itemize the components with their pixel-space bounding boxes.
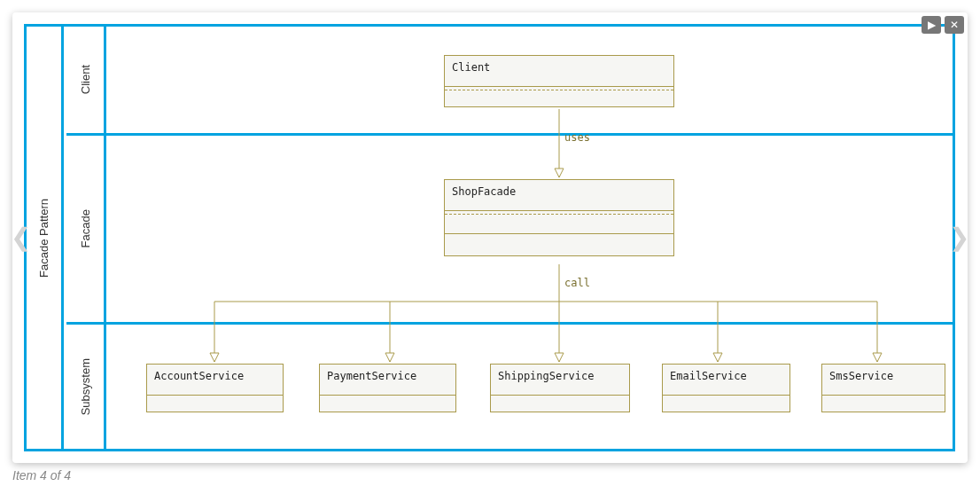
uml-shippingservice: ShippingService (490, 364, 630, 412)
svg-marker-13 (873, 353, 882, 362)
uml-body (663, 396, 789, 412)
svg-marker-9 (555, 353, 564, 362)
lane-label-client-cell: Client (66, 27, 104, 133)
uml-client: Client (444, 55, 674, 107)
uml-body (491, 396, 629, 412)
edge-label-call: call (564, 277, 590, 289)
uml-body (822, 396, 945, 412)
uml-accountservice: AccountService (146, 364, 284, 412)
lane-label-subsystem: Subsystem (79, 358, 92, 415)
prev-button[interactable]: ❮ (11, 225, 31, 250)
svg-marker-7 (385, 353, 394, 362)
diagram-card: Facade Pattern Client Facade Subsystem (12, 12, 968, 463)
uml-body (320, 396, 455, 412)
uml-client-title: Client (445, 56, 673, 87)
lanes-container: Client Facade Subsystem (66, 27, 955, 449)
play-icon: ▶ (928, 19, 936, 31)
next-button[interactable]: ❯ (949, 225, 969, 250)
uml-email-title: EmailService (663, 365, 789, 396)
uml-body (147, 396, 283, 412)
lane-label-facade-cell: Facade (66, 136, 104, 322)
uml-paymentservice: PaymentService (319, 364, 456, 412)
uml-account-title: AccountService (147, 365, 283, 396)
close-icon: ✕ (950, 19, 959, 31)
chevron-left-icon: ❮ (11, 223, 31, 251)
lane-divider-1 (66, 133, 955, 136)
item-counter: Item 4 of 4 (12, 468, 71, 482)
svg-marker-1 (555, 169, 564, 177)
close-button[interactable]: ✕ (945, 16, 964, 34)
uml-body (445, 90, 673, 106)
lane-label-subsystem-cell: Subsystem (66, 325, 104, 450)
edge-label-uses: uses (564, 131, 590, 144)
uml-emailservice: EmailService (662, 364, 790, 412)
lane-column-divider (104, 27, 106, 449)
uml-payment-title: PaymentService (320, 365, 455, 396)
uml-shopfacade-title: ShopFacade (445, 180, 673, 211)
svg-marker-11 (713, 353, 722, 362)
uml-attr-section (445, 215, 673, 234)
chevron-right-icon: ❯ (949, 223, 969, 251)
pool-title: Facade Pattern (37, 199, 51, 278)
uml-sms-title: SmsService (822, 365, 945, 396)
lane-label-facade: Facade (79, 209, 92, 247)
lane-label-client: Client (79, 65, 92, 94)
uml-shipping-title: ShippingService (491, 365, 629, 396)
swimlane-frame: Facade Pattern Client Facade Subsystem (24, 24, 955, 451)
play-button[interactable]: ▶ (922, 16, 941, 34)
uml-shopfacade: ShopFacade (444, 179, 674, 256)
svg-marker-5 (210, 353, 219, 362)
lane-divider-2 (66, 322, 955, 325)
uml-smsservice: SmsService (821, 364, 945, 412)
lightbox-buttons: ▶ ✕ (922, 16, 964, 34)
uml-body (445, 234, 673, 255)
pool-title-cell: Facade Pattern (27, 27, 64, 449)
